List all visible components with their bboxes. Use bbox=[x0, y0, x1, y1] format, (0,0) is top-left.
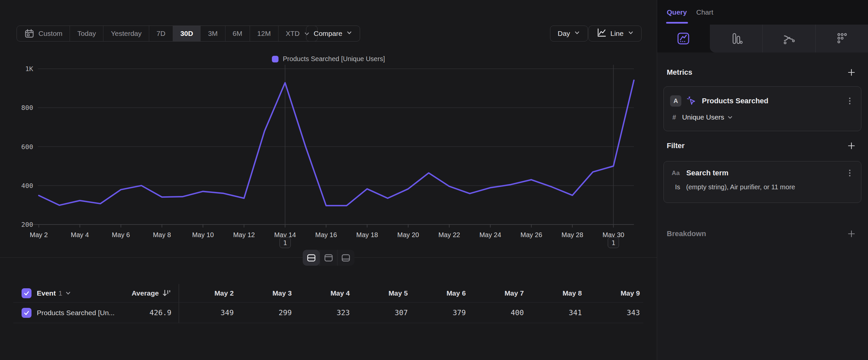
range-30d[interactable]: 30D bbox=[173, 26, 200, 41]
filter-card[interactable]: Aa Search term Is (empty string), Air pu… bbox=[663, 161, 861, 203]
retention-dots-icon bbox=[834, 31, 849, 46]
layout-table-only-button[interactable] bbox=[337, 250, 354, 266]
column-header-may-9[interactable]: May 9 bbox=[585, 284, 643, 302]
kebab-menu-icon[interactable] bbox=[846, 169, 854, 177]
chevron-down-icon bbox=[346, 30, 352, 36]
add-breakdown-button[interactable] bbox=[847, 230, 856, 238]
add-metric-button[interactable] bbox=[847, 68, 856, 76]
column-header-may-3[interactable]: May 3 bbox=[237, 284, 295, 302]
cell-may-7: 400 bbox=[469, 303, 527, 323]
tab-query[interactable]: Query bbox=[667, 0, 687, 25]
range-today[interactable]: Today bbox=[70, 26, 103, 41]
x-tick-label: May 8 bbox=[153, 231, 171, 239]
tab-chart[interactable]: Chart bbox=[696, 0, 868, 25]
plus-icon bbox=[847, 68, 856, 76]
check-icon bbox=[23, 309, 30, 316]
chart-type-label: Line bbox=[610, 30, 624, 37]
breakdown-section-header: Breakdown bbox=[667, 229, 856, 238]
range-7d[interactable]: 7D bbox=[149, 26, 173, 41]
metrics-section-header: Metrics bbox=[667, 68, 856, 77]
column-header-may-4[interactable]: May 4 bbox=[295, 284, 353, 302]
aggregation-selector[interactable]: Unique Users bbox=[682, 113, 733, 121]
event-sparkle-cursor-icon bbox=[686, 95, 697, 107]
annotation-badge-may-14[interactable]: 1 bbox=[279, 237, 291, 248]
aggregation-prefix: # bbox=[672, 114, 676, 121]
annotation-badge-may-30[interactable]: 1 bbox=[608, 237, 619, 248]
x-tick-label: May 4 bbox=[71, 231, 89, 239]
cell-may-2: 349 bbox=[179, 303, 237, 323]
metric-card[interactable]: A Products Searched # Unique Users bbox=[663, 86, 861, 131]
average-column-label: Average bbox=[132, 289, 159, 297]
x-tick-label: May 26 bbox=[521, 231, 542, 239]
chart-type-button[interactable]: Line bbox=[589, 26, 642, 41]
table-only-icon bbox=[341, 254, 350, 262]
metric-letter-badge: A bbox=[670, 95, 681, 107]
charttype-tab-flows[interactable] bbox=[762, 25, 815, 53]
compare-button[interactable]: Compare bbox=[306, 26, 360, 41]
layout-split-view-button[interactable] bbox=[303, 250, 320, 266]
series-line[interactable] bbox=[39, 80, 634, 206]
series-name: Products Searched [Un... bbox=[37, 309, 115, 317]
column-header-may-6[interactable]: May 6 bbox=[411, 284, 469, 302]
table-header-row: Event 1 Average May 2May 3May 4May 5May … bbox=[13, 284, 643, 303]
granularity-button[interactable]: Day bbox=[550, 26, 588, 41]
layout-toggle bbox=[303, 250, 354, 266]
range-3m[interactable]: 3M bbox=[200, 26, 225, 41]
x-tick-label: May 22 bbox=[438, 231, 460, 239]
cell-may-6: 379 bbox=[411, 303, 469, 323]
flows-icon bbox=[781, 31, 796, 46]
range-12m[interactable]: 12M bbox=[250, 26, 278, 41]
y-tick-label: 1K bbox=[25, 65, 33, 73]
column-header-may-2[interactable]: May 2 bbox=[179, 284, 237, 302]
range-custom[interactable]: Custom bbox=[17, 26, 70, 41]
date-column-values: 349299323307379400341343 bbox=[179, 303, 643, 323]
add-filter-button[interactable] bbox=[847, 142, 856, 150]
x-tick-label: May 20 bbox=[397, 231, 419, 239]
table-row[interactable]: Products Searched [Un... 426.9 349299323… bbox=[13, 303, 643, 323]
line-chart-icon bbox=[596, 28, 607, 39]
bar-chart-icon bbox=[728, 31, 744, 46]
compare-label: Compare bbox=[314, 30, 342, 37]
report-canvas: CustomTodayYesterday7D30D3M6M12MXTD Comp… bbox=[0, 0, 657, 360]
y-tick-label: 400 bbox=[21, 182, 33, 190]
range-yesterday[interactable]: Yesterday bbox=[103, 26, 149, 41]
layout-chart-only-button[interactable] bbox=[320, 250, 337, 266]
y-tick-label: 600 bbox=[21, 143, 33, 151]
kebab-menu-icon[interactable] bbox=[846, 96, 854, 105]
insights-line-icon bbox=[676, 31, 691, 46]
tab-query-label: Query bbox=[667, 8, 687, 16]
cell-may-9: 343 bbox=[585, 303, 643, 323]
filter-operator[interactable]: Is bbox=[675, 183, 680, 191]
date-range-toolbar: CustomTodayYesterday7D30D3M6M12MXTD bbox=[17, 26, 318, 41]
series-checkbox[interactable] bbox=[22, 308, 31, 318]
cell-may-5: 307 bbox=[353, 303, 411, 323]
charttype-tab-retention[interactable] bbox=[815, 25, 868, 53]
split-view-icon bbox=[307, 254, 316, 262]
column-header-may-5[interactable]: May 5 bbox=[353, 284, 411, 302]
chart-only-icon bbox=[324, 254, 333, 262]
x-tick-label: May 6 bbox=[112, 231, 130, 239]
event-column-label: Event bbox=[37, 289, 56, 297]
query-sidebar: Query Chart bbox=[657, 0, 868, 360]
chevron-down-icon[interactable] bbox=[65, 290, 71, 296]
range-6m[interactable]: 6M bbox=[225, 26, 250, 41]
aggregation-label: Unique Users bbox=[682, 113, 724, 121]
filter-value[interactable]: (empty string), Air purifier, or 11 more bbox=[686, 183, 796, 191]
results-table: Event 1 Average May 2May 3May 4May 5May … bbox=[13, 284, 643, 323]
chevron-down-icon bbox=[628, 30, 634, 37]
column-header-may-8[interactable]: May 8 bbox=[527, 284, 585, 302]
charttype-tab-insights[interactable] bbox=[657, 25, 710, 53]
x-tick-label: May 10 bbox=[192, 231, 214, 239]
x-tick-label: May 24 bbox=[479, 231, 501, 239]
column-header-may-7[interactable]: May 7 bbox=[469, 284, 527, 302]
filter-section-header: Filter bbox=[667, 141, 856, 150]
charttype-tab-bars[interactable] bbox=[710, 25, 763, 53]
sort-descending-icon[interactable] bbox=[162, 289, 172, 298]
x-tick-label: May 16 bbox=[315, 231, 337, 239]
y-tick-label: 800 bbox=[21, 104, 33, 112]
line-chart[interactable]: 2004006008001KMay 2May 4May 6May 8May 10… bbox=[0, 60, 657, 259]
table-row-fixed: Products Searched [Un... 426.9 bbox=[13, 303, 179, 323]
select-all-checkbox[interactable] bbox=[22, 288, 31, 298]
filter-property-name: Search term bbox=[686, 169, 728, 177]
chevron-down-icon bbox=[727, 114, 733, 120]
